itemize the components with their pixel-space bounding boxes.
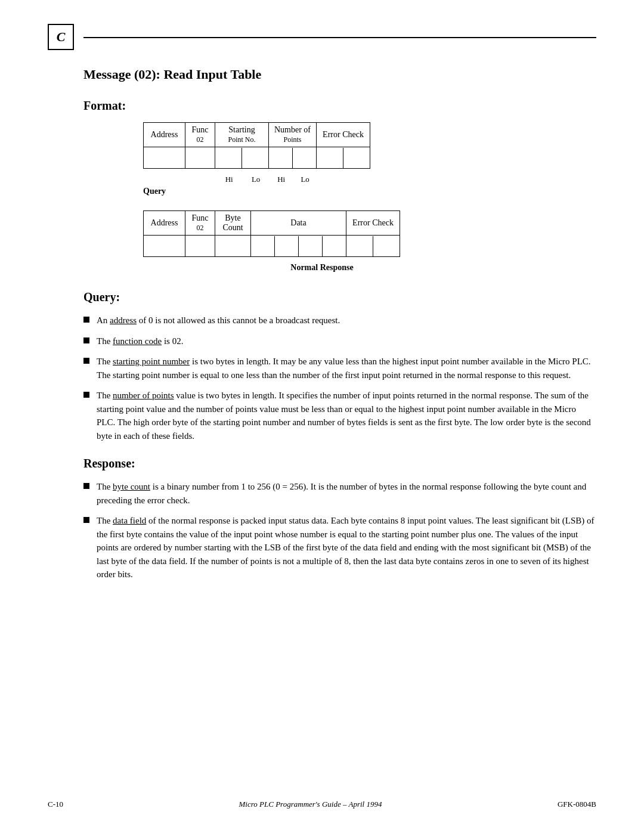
footer-title: Micro PLC Programmer's Guide – April 199… [239, 800, 382, 809]
resp-col-func: Func02 [185, 211, 215, 236]
numpoints-lo-label: Lo [301, 175, 309, 184]
starting-hi-label: Hi [225, 175, 233, 184]
query-bullet-3: The starting point number is two bytes i… [83, 355, 596, 382]
resp-data-address [144, 236, 185, 257]
bullet-icon-r2 [83, 517, 89, 523]
query-col-address: Address [144, 123, 185, 147]
footer: C-10 Micro PLC Programmer's Guide – Apri… [48, 800, 596, 809]
chapter-letter: C [57, 29, 66, 45]
query-bullet-text-1: An address of 0 is not allowed as this c… [97, 314, 596, 327]
resp-col-address: Address [144, 211, 185, 236]
address-term: address [110, 315, 137, 325]
query-bullet-1: An address of 0 is not allowed as this c… [83, 314, 596, 327]
query-bullet-text-2: The function code is 02. [97, 335, 596, 348]
response-table-header-row: Address Func02 ByteCount Data Error Chec… [144, 211, 400, 236]
bullet-icon-4 [83, 392, 89, 398]
data-field-term: data field [113, 516, 146, 525]
response-bullet-text-1: The byte count is a binary number from 1… [97, 480, 596, 507]
bullet-icon-r1 [83, 483, 89, 489]
page-container: C Message (02): Read Input Table Format:… [0, 0, 644, 833]
response-bullet-list: The byte count is a binary number from 1… [83, 480, 596, 581]
footer-page-number: C-10 [48, 800, 63, 809]
normal-response-label: Normal Response [48, 263, 596, 272]
query-col-numpoints: Number ofPoints [269, 123, 317, 147]
bullet-icon-3 [83, 358, 89, 364]
page-title: Message (02): Read Input Table [83, 67, 596, 82]
header-section: C [48, 24, 596, 50]
byte-count-term: byte count [113, 482, 150, 491]
number-of-points-term: number of points [113, 391, 174, 400]
query-bullet-2: The function code is 02. [83, 335, 596, 348]
query-data-errorcheck [317, 147, 370, 169]
resp-data-func [185, 236, 215, 257]
query-bullet-list: An address of 0 is not allowed as this c… [83, 314, 596, 442]
starting-lo-label: Lo [252, 175, 260, 184]
resp-col-data: Data [251, 211, 346, 236]
query-col-errorcheck: Error Check [317, 123, 370, 147]
response-bullet-text-2: The data field of the normal response is… [97, 514, 596, 581]
response-bullet-2: The data field of the normal response is… [83, 514, 596, 581]
response-heading: Response: [83, 457, 596, 470]
resp-data-errorcheck [346, 236, 400, 257]
query-col-func: Func02 [185, 123, 215, 147]
footer-doc-number: GFK-0804B [558, 800, 596, 809]
query-label: Query [143, 187, 596, 196]
query-section: Query: An address of 0 is not allowed as… [48, 290, 596, 442]
numpoints-hi-label: Hi [277, 175, 285, 184]
starting-point-number-term: starting point number [113, 357, 190, 366]
resp-data-bytecount [215, 236, 251, 257]
query-bullet-4: The number of points value is two bytes … [83, 389, 596, 442]
query-data-func [185, 147, 215, 169]
bullet-icon-1 [83, 317, 89, 323]
query-table-header-row: Address Func02 StartingPoint No. Number … [144, 123, 370, 147]
resp-col-bytecount: ByteCount [215, 211, 251, 236]
format-section: Format: Address Func02 StartingPoint No.… [48, 99, 596, 272]
query-heading: Query: [83, 290, 596, 304]
response-section: Response: The byte count is a binary num… [48, 457, 596, 581]
format-heading: Format: [83, 99, 596, 113]
header-rule [83, 37, 596, 38]
query-data-starting [215, 147, 269, 169]
query-bullet-text-3: The starting point number is two bytes i… [97, 355, 596, 382]
response-bullet-1: The byte count is a binary number from 1… [83, 480, 596, 507]
query-table: Address Func02 StartingPoint No. Number … [143, 122, 370, 169]
bullet-icon-2 [83, 337, 89, 343]
query-data-address [144, 147, 185, 169]
query-col-starting: StartingPoint No. [215, 123, 269, 147]
response-table-container: Address Func02 ByteCount Data Error Chec… [143, 210, 596, 257]
query-data-numpoints [269, 147, 317, 169]
response-table-data-row [144, 236, 400, 257]
query-table-data-row [144, 147, 370, 169]
query-bullet-text-4: The number of points value is two bytes … [97, 389, 596, 442]
response-table: Address Func02 ByteCount Data Error Chec… [143, 210, 400, 257]
resp-data-data [251, 236, 346, 257]
function-code-term: function code [113, 336, 162, 346]
query-table-container: Address Func02 StartingPoint No. Number … [143, 122, 596, 169]
chapter-box: C [48, 24, 74, 50]
resp-col-errorcheck: Error Check [346, 211, 400, 236]
